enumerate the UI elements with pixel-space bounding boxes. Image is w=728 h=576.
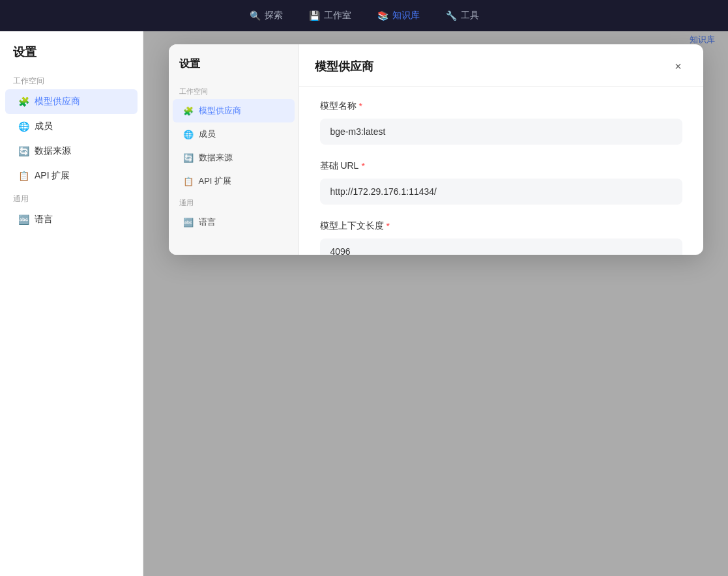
dialog-data-source-icon: 🔄 xyxy=(183,153,194,163)
dialog-header: 模型供应商 × xyxy=(299,44,703,87)
nav-knowledge[interactable]: 📚 知识库 xyxy=(377,10,420,22)
add-ollama-overlay: 添加 Ollama xyxy=(299,87,703,255)
dialog-title: 模型供应商 xyxy=(315,59,373,74)
model-provider-icon: 🧩 xyxy=(18,96,29,107)
context-length-required: * xyxy=(386,221,390,231)
sidebar-item-model-provider[interactable]: 🧩 模型供应商 xyxy=(5,89,138,114)
members-icon: 🌐 xyxy=(18,121,29,132)
main-content: 知识库 设置 工作空间 🧩 模型供应商 🌐 成员 � xyxy=(143,31,728,576)
model-name-required: * xyxy=(359,101,362,111)
settings-title: 设置 xyxy=(0,44,143,70)
dialog-language-icon: 🔤 xyxy=(183,218,194,227)
dialog-sidebar-members[interactable]: 🌐 成员 xyxy=(173,122,295,146)
nav-tools[interactable]: 🔧 工具 xyxy=(446,10,479,22)
settings-dialog: 设置 工作空间 🧩 模型供应商 🌐 成员 🔄 数据来源 xyxy=(169,44,703,255)
explore-icon: 🔍 xyxy=(250,10,261,21)
bg-content: 设置 工作空间 🧩 模型供应商 🌐 成员 🔄 数据来源 📋 API 扩展 通用 … xyxy=(0,31,728,576)
sidebar-item-api-extension[interactable]: 📋 API 扩展 xyxy=(5,164,138,188)
dialog-close-button[interactable]: × xyxy=(669,57,688,76)
dialog-sidebar-data-source[interactable]: 🔄 数据来源 xyxy=(173,146,295,169)
nav-workspace[interactable]: 💾 工作室 xyxy=(309,10,351,22)
workspace-icon: 💾 xyxy=(309,10,320,21)
dialog-api-icon: 📋 xyxy=(183,177,194,186)
model-name-input[interactable] xyxy=(320,119,682,145)
context-length-input[interactable] xyxy=(320,238,682,255)
api-extension-icon: 📋 xyxy=(18,171,29,181)
sidebar-item-members[interactable]: 🌐 成员 xyxy=(5,114,138,139)
workspace-section-label: 工作空间 xyxy=(0,70,143,89)
add-ollama-modal: 添加 Ollama xyxy=(299,87,703,255)
context-length-label: 模型上下文长度 * xyxy=(320,220,682,232)
dialog-sidebar-api-extension[interactable]: 📋 API 扩展 xyxy=(173,169,295,193)
dialog-sidebar-language[interactable]: 🔤 语言 xyxy=(173,210,295,234)
context-length-group: 模型上下文长度 * xyxy=(320,220,682,255)
provider-content-area: ⚙️ 系统模型设置 A\C ⊕ 添加模型 xyxy=(299,87,703,255)
base-url-label: 基础 URL * xyxy=(320,160,682,172)
knowledge-icon: 📚 xyxy=(377,10,388,21)
language-icon: 🔤 xyxy=(18,214,29,225)
settings-sidebar: 设置 工作空间 🧩 模型供应商 🌐 成员 🔄 数据来源 📋 API 扩展 通用 … xyxy=(0,31,143,576)
model-name-label: 模型名称 * xyxy=(320,100,682,112)
general-section-label: 通用 xyxy=(0,188,143,207)
nav-explore[interactable]: 🔍 探索 xyxy=(250,10,283,22)
dialog-model-provider-icon: 🧩 xyxy=(183,106,194,116)
tools-icon: 🔧 xyxy=(446,10,457,21)
dialog-sidebar-model-provider[interactable]: 🧩 模型供应商 xyxy=(173,99,295,122)
base-url-group: 基础 URL * xyxy=(320,160,682,205)
base-url-required: * xyxy=(361,161,364,171)
data-source-icon: 🔄 xyxy=(18,146,29,156)
dialog-main: 模型供应商 × ⚙️ 系统模型设置 xyxy=(299,44,703,255)
sidebar-item-data-source[interactable]: 🔄 数据来源 xyxy=(5,139,138,164)
dialog-general-section: 通用 xyxy=(169,193,298,210)
sidebar-item-language[interactable]: 🔤 语言 xyxy=(5,207,138,232)
dialog-members-icon: 🌐 xyxy=(183,130,194,139)
settings-modal-overlay: 设置 工作空间 🧩 模型供应商 🌐 成员 🔄 数据来源 xyxy=(143,31,728,576)
dialog-sidebar: 设置 工作空间 🧩 模型供应商 🌐 成员 🔄 数据来源 xyxy=(169,44,299,255)
model-name-group: 模型名称 * xyxy=(320,100,682,145)
top-nav: 🔍 探索 💾 工作室 📚 知识库 🔧 工具 xyxy=(0,0,728,31)
base-url-input[interactable] xyxy=(320,179,682,205)
dialog-workspace-section: 工作空间 xyxy=(169,81,298,99)
dialog-sidebar-title: 设置 xyxy=(169,57,298,81)
